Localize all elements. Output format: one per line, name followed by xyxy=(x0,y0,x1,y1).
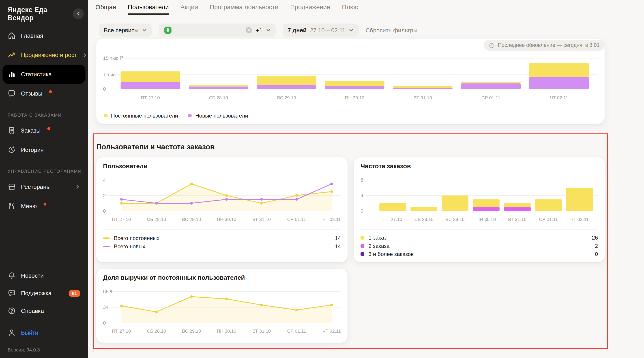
app-title: Яндекс Еда Вендор xyxy=(8,6,70,22)
history-icon xyxy=(8,145,16,154)
period-label: 7 дней xyxy=(288,27,307,34)
app-version: Версия: 94.0.3 xyxy=(0,341,88,352)
legend-item: Новые пользователи xyxy=(188,112,248,119)
svg-text:0: 0 xyxy=(103,320,106,326)
order-frequency-chart: 048ПТ 27.10СБ 28.10ВС 29.10ПН 30.10ВТ 31… xyxy=(354,173,604,228)
svg-text:0: 0 xyxy=(360,208,363,214)
legend-swatch xyxy=(103,237,110,238)
svg-text:СБ 28.10: СБ 28.10 xyxy=(414,217,434,222)
sidebar-item-label: Справка xyxy=(21,307,44,314)
sidebar-item-support[interactable]: Поддержка61 xyxy=(2,284,85,302)
svg-text:ПН 30.10: ПН 30.10 xyxy=(345,95,364,100)
legend-row: Всего новых14 xyxy=(103,242,341,250)
chevron-down-icon xyxy=(349,28,354,33)
legend-swatch xyxy=(103,246,110,247)
svg-text:ВС 29.10: ВС 29.10 xyxy=(182,217,201,222)
legend-row: 1 заказ26 xyxy=(360,234,598,242)
svg-text:ВС 29.10: ВС 29.10 xyxy=(446,217,465,222)
tab-general[interactable]: Общая xyxy=(96,3,116,15)
legend-swatch xyxy=(188,114,192,117)
sidebar-section-header: УПРАВЛЕНИЕ РЕСТОРАНАМИ xyxy=(0,159,88,177)
svg-text:7 тыс: 7 тыс xyxy=(103,72,116,77)
sidebar-item-label: Статистика xyxy=(21,71,52,78)
users-by-day-chart-card: 07 тыс15 тыс ₽ПТ 27.10СБ 28.10ВС 29.10ПН… xyxy=(96,39,604,124)
revenue-share-chart-card: Доля выручки от постоянных пользователей… xyxy=(96,269,348,343)
sidebar-item-menu[interactable]: Меню xyxy=(2,196,85,216)
svg-text:ПТ 27.10: ПТ 27.10 xyxy=(141,95,160,100)
svg-text:ЧТ 02.11: ЧТ 02.11 xyxy=(550,95,568,100)
home-icon xyxy=(8,31,16,40)
users-by-day-legend: Постоянные пользователиНовые пользовател… xyxy=(104,112,248,119)
svg-text:4: 4 xyxy=(103,177,106,183)
sidebar-item-history[interactable]: История xyxy=(2,140,85,159)
sidebar-item-label: Главная xyxy=(21,32,44,39)
reset-filters-button[interactable]: Сбросить фильтры xyxy=(366,27,418,34)
period-range: 27.10 – 02.11 xyxy=(310,27,345,34)
legend-row: Всего постоянных14 xyxy=(103,234,341,242)
growth-icon xyxy=(8,51,16,59)
legend-row: 2 заказа2 xyxy=(360,242,598,250)
chevron-right-icon xyxy=(82,52,87,58)
notification-dot xyxy=(44,202,46,205)
menu-icon xyxy=(8,202,16,210)
svg-text:68 %: 68 % xyxy=(103,289,114,294)
tab-loyalty[interactable]: Программа лояльности xyxy=(210,3,278,15)
sidebar-collapse-button[interactable] xyxy=(73,8,84,19)
filter-bar: Все сервисы +1 7 дней 27.10 – 02.11 Сбро… xyxy=(99,24,418,37)
svg-text:ПН 30.10: ПН 30.10 xyxy=(476,217,496,222)
services-filter-dropdown[interactable]: Все сервисы xyxy=(99,24,152,37)
users-chart-title: Пользователи xyxy=(103,162,148,169)
sidebar-item-label: Заказы xyxy=(21,127,41,134)
svg-text:15 тыс ₽: 15 тыс ₽ xyxy=(103,55,123,61)
svg-text:ПН 30.10: ПН 30.10 xyxy=(217,328,236,333)
sidebar-item-logout[interactable]: Выйти xyxy=(2,324,85,342)
period-filter-dropdown[interactable]: 7 дней 27.10 – 02.11 xyxy=(282,24,359,37)
svg-text:СБ 28.10: СБ 28.10 xyxy=(147,328,166,333)
legend-label: Постоянные пользователи xyxy=(111,112,178,119)
sidebar-item-news[interactable]: Новости xyxy=(2,267,85,284)
users-chart-legend: Всего постоянных14Всего новых14 xyxy=(103,230,341,251)
revenue-share-chart: 03468 %ПТ 27.10СБ 28.10ВС 29.10ПН 30.10В… xyxy=(96,284,348,338)
sidebar-item-label: История xyxy=(21,146,44,153)
sidebar-spacer xyxy=(0,216,88,267)
svg-text:0: 0 xyxy=(103,86,106,92)
svg-text:ЧТ 02.11: ЧТ 02.11 xyxy=(322,328,341,333)
legend-label: 2 заказа xyxy=(368,243,595,249)
sidebar-section-header: РАБОТА С ЗАКАЗАМИ xyxy=(0,103,88,121)
sidebar-item-stats[interactable]: Статистика xyxy=(2,65,85,84)
sidebar-item-restaurants[interactable]: Рестораны xyxy=(2,177,85,196)
sidebar-item-growth[interactable]: Продвижение и рост xyxy=(2,45,85,65)
svg-text:34: 34 xyxy=(103,304,108,310)
legend-value: 14 xyxy=(335,235,341,241)
sidebar-item-help[interactable]: Справка xyxy=(2,302,85,320)
last-update-text: Последнее обновление — сегодня, в 8:01 xyxy=(498,42,600,48)
sidebar-item-label: Отзывы xyxy=(21,90,42,97)
tab-promos[interactable]: Акции xyxy=(180,3,198,15)
svg-text:ВТ 31.10: ВТ 31.10 xyxy=(508,217,526,222)
chevron-right-icon xyxy=(75,184,80,189)
sidebar-item-orders[interactable]: Заказы xyxy=(2,121,85,140)
svg-text:ВТ 31.10: ВТ 31.10 xyxy=(252,328,271,333)
chevron-left-icon xyxy=(76,11,80,16)
svg-text:СР 01.11: СР 01.11 xyxy=(539,217,558,222)
sidebar-item-reviews[interactable]: Отзывы xyxy=(2,84,85,103)
order-frequency-chart-card: Частота заказов 048ПТ 27.10СБ 28.10ВС 29… xyxy=(354,157,604,262)
tab-promotion[interactable]: Продвижение xyxy=(290,3,330,15)
restaurants-icon xyxy=(8,182,16,191)
svg-text:8: 8 xyxy=(360,177,363,183)
users-chart: 024ПТ 27.10СБ 28.10ВС 29.10ПН 30.10ВТ 31… xyxy=(96,173,348,228)
svg-text:ПТ 27.10: ПТ 27.10 xyxy=(383,217,402,222)
notification-dot xyxy=(49,90,52,93)
chevron-down-icon xyxy=(142,28,147,33)
tab-plus[interactable]: Плюс xyxy=(342,3,358,15)
clear-selection-button[interactable] xyxy=(245,27,252,34)
tab-users[interactable]: Пользователи xyxy=(128,3,168,15)
help-icon xyxy=(8,307,16,315)
sidebar-item-home[interactable]: Главная xyxy=(2,26,85,45)
service-multiselect[interactable]: +1 xyxy=(159,24,276,37)
svg-text:СР 01.11: СР 01.11 xyxy=(287,217,306,222)
legend-label: Всего постоянных xyxy=(114,235,335,241)
legend-label: Новые пользователи xyxy=(195,112,248,119)
legend-label: 1 заказ xyxy=(368,235,592,241)
legend-swatch xyxy=(360,252,364,256)
